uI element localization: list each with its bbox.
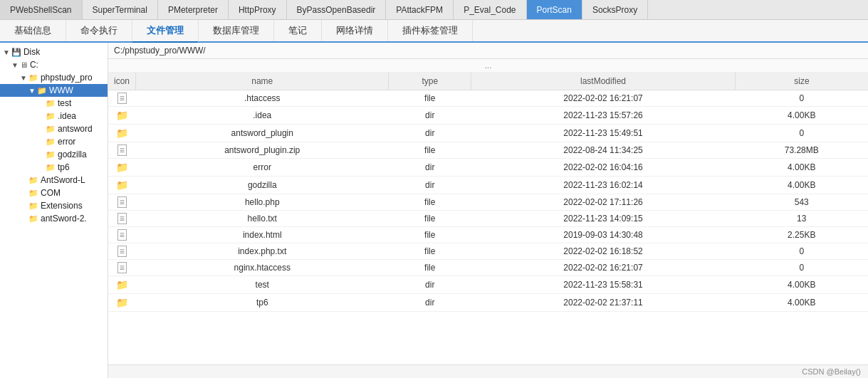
file-icon-cell-2: 📁 <box>108 125 136 142</box>
sidebar-item-0[interactable]: ▼💾Disk <box>0 46 108 58</box>
sidebar-item-1[interactable]: ▼🖥C: <box>0 58 108 71</box>
top-tab-6[interactable]: P_Eval_Code <box>454 0 526 19</box>
table-row[interactable]: ≡index.htmlfile2019-09-03 14:30:482.25KB <box>108 227 868 243</box>
cell-size-0: 0 <box>736 90 868 107</box>
sidebar-item-5[interactable]: 📁.idea <box>0 110 108 122</box>
drive-icon-1: 🖥 <box>20 61 28 69</box>
file-icon-cell-3: ≡ <box>108 142 136 159</box>
cell-name-7: hello.txt <box>136 211 389 227</box>
files-table: iconnametypelastModifiedsize ≡.htaccessf… <box>108 73 868 312</box>
sidebar-item-label-8: godzilla <box>58 149 87 159</box>
table-row[interactable]: 📁.ideadir2022-11-23 15:57:264.00KB <box>108 107 868 125</box>
top-tab-8[interactable]: SocksProxy <box>582 0 648 19</box>
cell-name-9: index.php.txt <box>136 243 389 260</box>
sidebar-item-13[interactable]: 📁antSword-2. <box>0 212 108 225</box>
sidebar-item-label-6: antsword <box>58 124 93 134</box>
sidebar-item-2[interactable]: ▼📁phpstudy_pro <box>0 71 108 84</box>
tree-arrow-3: ▼ <box>28 87 36 95</box>
second-tab-1[interactable]: 命令执行 <box>66 20 132 41</box>
cell-name-5: godzilla <box>136 177 389 194</box>
col-header-type[interactable]: type <box>389 73 471 90</box>
second-tab-4[interactable]: 笔记 <box>274 20 322 41</box>
file-icon-cell-7: ≡ <box>108 211 136 227</box>
folder-icon-13: 📁 <box>28 214 38 224</box>
folder-icon-9: 📁 <box>46 163 56 172</box>
table-row[interactable]: 📁godzilladir2022-11-23 16:02:144.00KB <box>108 177 868 194</box>
cell-type-2: dir <box>389 125 471 142</box>
top-tab-7[interactable]: PortScan <box>527 0 582 19</box>
top-tab-1[interactable]: SuperTerminal <box>83 0 158 19</box>
cell-size-11: 4.00KB <box>736 276 868 294</box>
file-icon-cell-10: ≡ <box>108 260 136 276</box>
cell-size-5: 4.00KB <box>736 177 868 194</box>
cell-size-8: 2.25KB <box>736 227 868 243</box>
table-header-row: iconnametypelastModifiedsize <box>108 73 868 90</box>
cell-type-11: dir <box>389 276 471 294</box>
sidebar-item-label-5: .idea <box>58 111 76 121</box>
cell-type-10: file <box>389 260 471 276</box>
cell-name-8: index.html <box>136 227 389 243</box>
table-row[interactable]: 📁antsword_plugindir2022-11-23 15:49:510 <box>108 125 868 142</box>
cell-size-6: 543 <box>736 194 868 211</box>
cell-lastModified-4: 2022-02-02 16:04:16 <box>471 159 736 177</box>
top-tab-4[interactable]: ByPassOpenBasedir <box>287 0 387 19</box>
cell-type-0: file <box>389 90 471 107</box>
file-icon-9: ≡ <box>117 246 127 257</box>
path-bar: C:/phpstudy_pro/WWW/ <box>108 43 868 59</box>
second-tab-6[interactable]: 插件标签管理 <box>388 20 473 41</box>
col-header-size[interactable]: size <box>736 73 868 90</box>
cell-lastModified-9: 2022-02-02 16:18:52 <box>471 243 736 260</box>
sidebar-item-12[interactable]: 📁Extensions <box>0 199 108 212</box>
table-row[interactable]: ≡hello.phpfile2022-02-02 17:11:26543 <box>108 194 868 211</box>
main-content: ▼💾Disk▼🖥C:▼📁phpstudy_pro▼📁WWW📁test📁.idea… <box>0 43 868 378</box>
sidebar-item-10[interactable]: 📁AntSword-L <box>0 174 108 187</box>
col-header-icon[interactable]: icon <box>108 73 136 90</box>
sidebar-item-11[interactable]: 📁COM <box>0 187 108 199</box>
folder-icon-5: 📁 <box>46 112 56 121</box>
second-tab-3[interactable]: 数据库管理 <box>199 20 274 41</box>
table-row[interactable]: ≡.htaccessfile2022-02-02 16:21:070 <box>108 90 868 107</box>
sidebar-item-6[interactable]: 📁antsword <box>0 122 108 135</box>
sidebar-item-7[interactable]: 📁error <box>0 135 108 148</box>
col-header-lastModified[interactable]: lastModified <box>471 73 736 90</box>
sidebar-item-4[interactable]: 📁test <box>0 97 108 110</box>
table-row[interactable]: ≡nginx.htaccessfile2022-02-02 16:21:070 <box>108 260 868 276</box>
second-tab-2[interactable]: 文件管理 <box>132 20 199 43</box>
second-tab-5[interactable]: 网络详情 <box>322 20 388 41</box>
table-row[interactable]: 📁testdir2022-11-23 15:58:314.00KB <box>108 276 868 294</box>
top-tab-2[interactable]: PMeterpreter <box>158 0 229 19</box>
file-icon-7: ≡ <box>117 213 127 224</box>
file-icon-cell-5: 📁 <box>108 177 136 194</box>
cell-lastModified-12: 2022-02-02 21:37:11 <box>471 294 736 312</box>
sidebar-item-label-12: Extensions <box>41 201 83 211</box>
top-tab-5[interactable]: PAttackFPM <box>386 0 454 19</box>
cell-name-2: antsword_plugin <box>136 125 389 142</box>
sidebar-item-9[interactable]: 📁tp6 <box>0 161 108 174</box>
top-tab-bar: PWebShellScanSuperTerminalPMeterpreterHt… <box>0 0 868 20</box>
disk-icon-0: 💾 <box>11 48 21 57</box>
dir-icon-11: 📁 <box>116 279 128 290</box>
table-row[interactable]: 📁errordir2022-02-02 16:04:164.00KB <box>108 159 868 177</box>
folder-icon-8: 📁 <box>46 150 56 159</box>
folder-icon-11: 📁 <box>28 189 38 198</box>
cell-type-8: file <box>389 227 471 243</box>
table-row[interactable]: ≡hello.txtfile2022-11-23 14:09:1513 <box>108 211 868 227</box>
table-row[interactable]: ≡index.php.txtfile2022-02-02 16:18:520 <box>108 243 868 260</box>
cell-name-1: .idea <box>136 107 389 125</box>
second-tab-0[interactable]: 基础信息 <box>0 20 66 41</box>
top-tab-0[interactable]: PWebShellScan <box>0 0 83 19</box>
top-tab-3[interactable]: HttpProxy <box>229 0 287 19</box>
cell-size-3: 73.28MB <box>736 142 868 159</box>
sidebar-item-3[interactable]: ▼📁WWW <box>0 84 108 97</box>
table-row[interactable]: ≡antsword_plugin.zipfile2022-08-24 11:34… <box>108 142 868 159</box>
col-header-name[interactable]: name <box>136 73 389 90</box>
table-body: ≡.htaccessfile2022-02-02 16:21:070📁.idea… <box>108 90 868 312</box>
table-row[interactable]: 📁tp6dir2022-02-02 21:37:114.00KB <box>108 294 868 312</box>
cell-name-11: test <box>136 276 389 294</box>
dots-bar: ... <box>108 59 868 73</box>
cell-name-10: nginx.htaccess <box>136 260 389 276</box>
file-icon-3: ≡ <box>117 145 127 156</box>
file-icon-cell-0: ≡ <box>108 90 136 107</box>
sidebar-item-8[interactable]: 📁godzilla <box>0 148 108 161</box>
sidebar-item-label-10: AntSword-L <box>41 175 85 185</box>
